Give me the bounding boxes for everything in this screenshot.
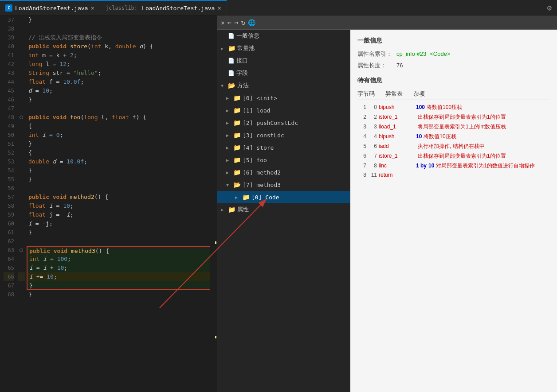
attr-name-row: 属性名索引： cp_info #23 <Code> xyxy=(357,50,550,58)
code-line-52: { xyxy=(27,148,210,157)
tree-item-method-constLdc[interactable]: ▶ 📁 [3] constLdc xyxy=(217,129,350,141)
tree-item-label-constant-pool: 常量池 xyxy=(237,44,255,52)
code-line-53: double d = 10.0f; xyxy=(27,157,210,166)
folder-open-icon: 📂 xyxy=(228,82,235,89)
editor-tab[interactable]: C LoadAndStoreTest.java × xyxy=(0,0,100,15)
file-icon: 📄 xyxy=(228,70,235,76)
settings-icon[interactable]: ⚙ xyxy=(547,3,552,12)
jclasslib-tab-prefix: jclasslib: xyxy=(106,5,137,11)
special-section: 特有信息 字节码 异常表 杂项 1 0 xyxy=(357,77,550,182)
code-line-44: float f = 10.0f; xyxy=(27,78,210,86)
bytecode-tabs: 字节码 异常表 杂项 xyxy=(357,90,550,100)
tree-item-method-method2[interactable]: ▶ 📁 [6] method2 xyxy=(217,166,350,179)
code-line-50: int i = 0; xyxy=(27,131,210,140)
tab-exception-table[interactable]: 异常表 xyxy=(385,90,403,98)
code-line-58: float i = 10; xyxy=(27,202,210,210)
folder-icon: 📁 xyxy=(242,194,250,201)
attr-name-value[interactable]: cp_info #23 xyxy=(396,50,426,57)
jclasslib-tab-close[interactable]: × xyxy=(217,4,221,12)
bytecode-row-5: 5 6 iadd 执行相加操作, 结构仍在栈中 xyxy=(357,143,550,152)
expand-icon: ▶ xyxy=(221,46,226,51)
tree-item-label-methods: 方法 xyxy=(237,82,249,89)
code-line-49: { xyxy=(27,122,210,131)
tree-item-method-init[interactable]: ▶ 📁 [0] <init> xyxy=(217,92,350,104)
code-line-55: } xyxy=(27,175,210,184)
folder-icon: 📁 xyxy=(228,206,235,213)
tree-item-label-fields: 字段 xyxy=(236,69,248,77)
tab-misc[interactable]: 杂项 xyxy=(413,90,425,98)
tree-item-attributes[interactable]: ▶ 📁 属性 xyxy=(217,203,350,216)
tree-item-label-attributes: 属性 xyxy=(237,206,249,213)
folder-icon: 📁 xyxy=(233,169,241,176)
bytecode-row-8: 8 11 return xyxy=(357,172,550,182)
tree-item-label-method-init: [0] <init> xyxy=(243,95,277,101)
java-file-icon: C xyxy=(5,4,12,12)
code-line-46: } xyxy=(27,95,210,104)
code-line-47 xyxy=(27,104,210,113)
back-icon[interactable]: ← xyxy=(227,18,231,27)
expand-icon: ▼ xyxy=(226,182,231,187)
code-line-68: } xyxy=(27,290,210,299)
bytecode-row-7: 7 8 iinc 1 by 10 对局部变量表索引为1的数值进行自增操作 xyxy=(357,162,550,172)
expand-icon: ▶ xyxy=(221,207,226,212)
file-icon: 📄 xyxy=(228,58,235,64)
folder-icon: 📁 xyxy=(233,132,241,139)
bytecode-row-1: 1 0 bipush 100 将数值100压栈 xyxy=(357,104,550,113)
breakpoint-gutter xyxy=(18,16,25,392)
tree-item-method-store[interactable]: ▶ 📁 [4] store xyxy=(217,141,350,154)
tree-item-method-method3[interactable]: ▼ 📂 [7] method3 xyxy=(217,179,350,191)
folder-open-icon: 📂 xyxy=(233,181,241,188)
jclasslib-content: 📄 一般信息 ▶ 📁 常量池 📄 接口 xyxy=(217,30,557,392)
tree-item-method-load[interactable]: ▶ 📁 [1] load xyxy=(217,104,350,116)
code-line-37: } xyxy=(27,16,210,24)
code-line-40: public void store(int k, double d) { xyxy=(27,42,210,51)
code-line-66: i += 10; xyxy=(27,272,210,281)
refresh-icon[interactable]: ↻ xyxy=(241,18,246,27)
code-line-62 xyxy=(27,237,210,246)
expand-icon: ▼ xyxy=(221,83,226,88)
code-line-48: public void foo(long l, float f) { xyxy=(27,113,210,122)
expand-icon: ▶ xyxy=(226,96,231,101)
code-line-38 xyxy=(27,24,210,33)
folder-icon: 📁 xyxy=(233,156,241,163)
code-line-63: public void method3() { xyxy=(27,246,210,255)
code-line-43: String str = "hello"; xyxy=(27,69,210,78)
tree-item-label-method-method3: [7] method3 xyxy=(243,182,281,188)
tree-item-constant-pool[interactable]: ▶ 📁 常量池 xyxy=(217,42,350,54)
code-line-54: } xyxy=(27,166,210,175)
bytecode-row-3: 3 3 iload_1 将局部变量表索引为1上的int数值压栈 xyxy=(357,123,550,133)
attr-length-label: 属性长度： xyxy=(357,62,393,70)
bytecode-row-2: 2 2 istore_1 出栈保存到局部变量表索引为1的位置 xyxy=(357,113,550,123)
folder-icon: 📁 xyxy=(228,45,235,52)
code-line-64: int i = 100; xyxy=(27,255,210,264)
editor-tab-label: LoadAndStoreTest.java xyxy=(15,5,88,12)
jclasslib-panel: ✕ ← → ↻ 🌐 📄 一般信息 ▶ xyxy=(217,16,557,392)
jclasslib-tab-file: LoadAndStoreTest.java xyxy=(142,5,215,12)
tree-item-method-foo[interactable]: ▶ 📁 [5] foo xyxy=(217,154,350,166)
expand-icon: ▶ xyxy=(226,108,231,113)
bytecode-row-4: 4 4 bipush 10 将数值10压栈 xyxy=(357,133,550,143)
jclasslib-tab[interactable]: jclasslib: LoadAndStoreTest.java × xyxy=(100,0,227,15)
tree-item-code[interactable]: ▶ 📁 [0] Code xyxy=(217,191,350,203)
expand-icon: ▶ xyxy=(226,170,231,175)
tree-item-label-method-store: [4] store xyxy=(243,144,274,151)
line-numbers: 37 38 39 40 41 42 43 44 45 46 47 48 49 5… xyxy=(0,16,18,392)
close-icon[interactable]: ✕ xyxy=(221,19,224,26)
editor-tab-close[interactable]: × xyxy=(90,4,94,12)
tree-item-label-method-constLdc: [3] constLdc xyxy=(243,132,284,139)
forward-icon[interactable]: → xyxy=(234,18,239,27)
expand-icon: ▶ xyxy=(226,133,231,138)
info-panel: 一般信息 属性名索引： cp_info #23 <Code> 属性长度： 76 xyxy=(350,30,557,392)
tree-item-interface[interactable]: 📄 接口 xyxy=(217,54,350,67)
code-line-42: long l = 12; xyxy=(27,60,210,69)
code-line-61: } xyxy=(27,228,210,237)
attr-name-code: <Code> xyxy=(430,50,450,57)
code-line-65: i = i + 10; xyxy=(27,264,210,272)
tree-item-general[interactable]: 📄 一般信息 xyxy=(217,30,350,42)
tree-item-method-pushConstLdc[interactable]: ▶ 📁 [2] pushConstLdc xyxy=(217,116,350,129)
tree-item-fields[interactable]: 📄 字段 xyxy=(217,67,350,79)
tree-item-label-method-pushConstLdc: [2] pushConstLdc xyxy=(243,120,298,126)
globe-icon[interactable]: 🌐 xyxy=(248,19,255,26)
tree-item-methods[interactable]: ▼ 📂 方法 xyxy=(217,79,350,92)
tab-bytecode[interactable]: 字节码 xyxy=(357,90,375,98)
